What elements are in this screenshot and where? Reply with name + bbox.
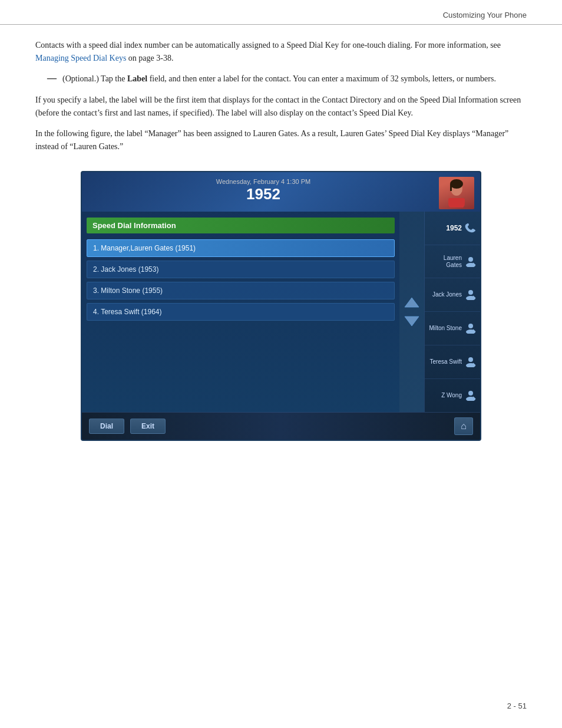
- svg-point-10: [468, 290, 473, 295]
- page-footer: 2 - 51: [507, 701, 527, 710]
- contact-person-icon-1: [465, 256, 477, 267]
- contact-icon-4: [464, 357, 477, 367]
- speed-key-1952[interactable]: 1952: [425, 212, 480, 245]
- exit-button[interactable]: Exit: [130, 419, 166, 434]
- speed-key-teresa-swift[interactable]: Teresa Swift: [425, 345, 480, 379]
- contact-icon-5: [464, 390, 477, 401]
- dial-entry-1[interactable]: 1. Manager,Lauren Gates (1951): [87, 239, 395, 257]
- para1-text: Contacts with a speed dial index number …: [35, 41, 501, 50]
- dial-entry-4[interactable]: 4. Teresa Swift (1964): [87, 303, 395, 321]
- para1-end: on page 3-38.: [126, 54, 173, 62]
- bullet-prefix: (Optional.) Tap the: [62, 74, 127, 83]
- managing-speed-dial-link[interactable]: Managing Speed Dial Keys: [35, 54, 126, 62]
- speed-key-milton-stone[interactable]: Milton Stone: [425, 312, 480, 345]
- speed-key-milton-label: Milton Stone: [429, 325, 462, 332]
- contact-person-icon-5: [465, 390, 477, 401]
- avatar: [439, 177, 474, 209]
- phone-left-panel: Speed Dial Information 1. Manager,Lauren…: [82, 212, 399, 412]
- dial-entry-3[interactable]: 3. Milton Stone (1955): [87, 282, 395, 299]
- bullet-text: (Optional.) Tap the Label field, and the…: [62, 73, 496, 85]
- dial-entry-4-label: 4. Teresa Swift (1964): [93, 308, 162, 316]
- svg-point-16: [468, 357, 473, 362]
- svg-marker-5: [405, 298, 419, 307]
- dial-button[interactable]: Dial: [89, 419, 124, 434]
- topbar-center: Wednesday, February 4 1:30 PM 1952: [88, 177, 439, 207]
- speed-key-teresa-label: Teresa Swift: [430, 358, 462, 365]
- bullet-bold: Label: [127, 74, 147, 83]
- phone-icon-1: [464, 223, 477, 233]
- bullet-suffix: field, and then enter a label for the co…: [147, 74, 496, 83]
- avatar-svg: [442, 178, 471, 207]
- svg-point-1: [450, 179, 463, 189]
- contact-icon-3: [464, 323, 477, 334]
- phone-datetime: Wednesday, February 4 1:30 PM: [216, 177, 310, 185]
- contact-person-icon-4: [465, 357, 477, 367]
- contact-icon-2: [464, 289, 477, 300]
- speed-key-jack-label: Jack Jones: [432, 291, 462, 298]
- scroll-down-arrow[interactable]: [403, 313, 421, 330]
- speed-key-1952-label: 1952: [446, 224, 462, 232]
- dial-entry-2[interactable]: 2. Jack Jones (1953): [87, 261, 395, 278]
- phone-screenshot: Wednesday, February 4 1:30 PM 1952: [81, 171, 481, 441]
- paragraph-2: If you specify a label, the label will b…: [35, 94, 527, 119]
- home-button[interactable]: ⌂: [454, 417, 473, 435]
- speed-key-jack-jones[interactable]: Jack Jones: [425, 278, 480, 312]
- dial-entry-1-label: 1. Manager,Lauren Gates (1951): [93, 244, 196, 252]
- svg-marker-6: [405, 317, 419, 326]
- phone-topbar: Wednesday, February 4 1:30 PM 1952: [82, 172, 480, 212]
- speed-dial-header: Speed Dial Information: [87, 218, 395, 233]
- speed-key-zwong-label: Z Wong: [441, 392, 462, 399]
- main-content: Contacts with a speed dial index number …: [0, 39, 562, 494]
- speed-key-z-wong[interactable]: Z Wong: [425, 379, 480, 412]
- paragraph-1: Contacts with a speed dial index number …: [35, 39, 527, 64]
- svg-point-7: [468, 257, 473, 262]
- page-header: Customizing Your Phone: [0, 0, 562, 25]
- speed-key-lauren-gates[interactable]: Lauren Gates: [425, 245, 480, 279]
- phone-main: Speed Dial Information 1. Manager,Lauren…: [82, 212, 480, 412]
- paragraph-3: In the following figure, the label “Mana…: [35, 127, 527, 153]
- speed-key-lauren-label: Lauren Gates: [428, 255, 462, 269]
- svg-rect-4: [448, 198, 465, 204]
- svg-point-19: [468, 391, 473, 396]
- phone-extension-display: 1952: [246, 185, 280, 207]
- down-chevron-icon: [404, 314, 420, 328]
- avatar-image: [439, 177, 474, 209]
- bullet-item: — (Optional.) Tap the Label field, and t…: [47, 73, 527, 85]
- left-spacer: [87, 324, 395, 406]
- phone-right-panel: 1952 Lauren Gates: [424, 212, 480, 412]
- phone-handset-icon: [465, 223, 477, 233]
- svg-rect-2: [450, 184, 452, 191]
- contact-icon-1: [464, 256, 477, 267]
- scroll-arrows: [399, 294, 424, 330]
- dial-entry-3-label: 3. Milton Stone (1955): [93, 286, 163, 295]
- svg-point-13: [468, 324, 473, 328]
- up-chevron-icon: [404, 295, 420, 309]
- contact-person-icon-2: [465, 289, 477, 300]
- phone-bottombar: Dial Exit ⌂: [82, 412, 480, 440]
- header-title: Customizing Your Phone: [443, 11, 527, 19]
- contact-person-icon-3: [465, 323, 477, 334]
- scroll-up-arrow[interactable]: [403, 294, 421, 311]
- bullet-dash: —: [47, 73, 57, 85]
- dial-entry-2-label: 2. Jack Jones (1953): [93, 265, 158, 274]
